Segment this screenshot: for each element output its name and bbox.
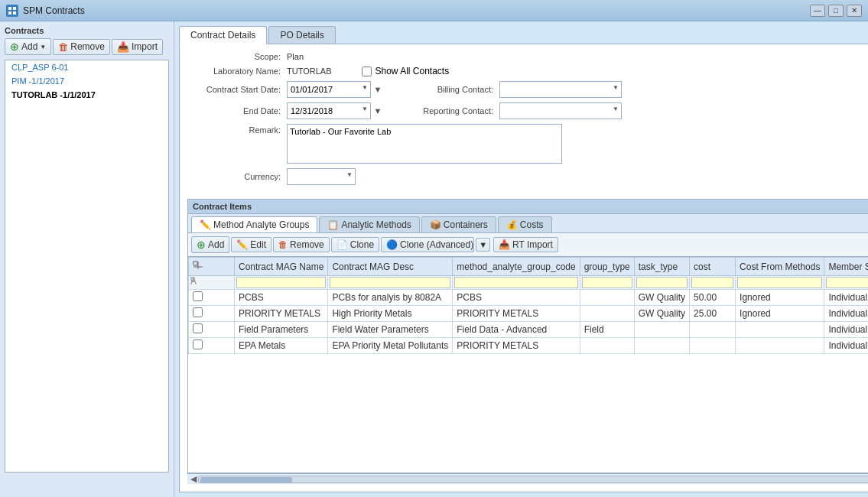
- form-section: Scope: Plan Laboratory Name: TUTORLAB Sh…: [187, 52, 868, 190]
- subtab-containers[interactable]: 📦 Containers: [421, 216, 496, 232]
- items-rt-import-icon: 📥: [499, 239, 510, 250]
- scroll-left-arrow[interactable]: ◀: [189, 474, 198, 484]
- contract-item-pim[interactable]: PIM -1/1/2017: [5, 74, 168, 88]
- row-task-type-3: [634, 338, 689, 354]
- currency-select[interactable]: [287, 168, 356, 185]
- col-member-selection: Member Selection: [824, 258, 868, 276]
- add-label: Add: [21, 41, 37, 52]
- subtab-bar: ✏️ Method Analyte Groups 📋 Analytic Meth…: [187, 213, 868, 232]
- mag-label: Method Analyte Groups: [213, 219, 309, 230]
- items-add-button[interactable]: ⊕ Add: [191, 236, 229, 253]
- containers-label: Containers: [444, 219, 488, 230]
- scope-row: Scope: Plan: [187, 52, 868, 61]
- costs-icon: 💰: [506, 219, 518, 230]
- col-mag-desc: Contract MAG Desc: [328, 258, 453, 276]
- items-remove-button[interactable]: 🗑 Remove: [273, 237, 330, 252]
- lab-name-value: TUTORLAB: [287, 67, 331, 76]
- contract-list: CLP_ASP 6-01 PIM -1/1/2017 TUTORLAB -1/1…: [5, 60, 169, 473]
- horizontal-scrollbar[interactable]: ◀ ▶: [187, 473, 868, 484]
- data-grid[interactable]: Contract MAG Name Contract MAG Desc meth…: [187, 256, 868, 473]
- filter-cost-input[interactable]: [691, 277, 733, 288]
- end-date-input[interactable]: [287, 102, 371, 119]
- filter-code-input[interactable]: [454, 277, 577, 288]
- filter-name-input[interactable]: [236, 277, 326, 288]
- row-cost-2: [690, 322, 736, 338]
- subtab-costs[interactable]: 💰 Costs: [498, 216, 552, 232]
- currency-wrapper[interactable]: [287, 168, 356, 185]
- scroll-thumb[interactable]: [200, 477, 292, 483]
- filter-desc-input[interactable]: [330, 277, 450, 288]
- lab-name-label: Laboratory Name:: [187, 67, 287, 76]
- remove-icon: 🗑: [58, 41, 68, 53]
- billing-contact-label: Billing Contact:: [400, 85, 499, 94]
- items-remove-label: Remove: [290, 239, 324, 250]
- row-checkbox-1[interactable]: [193, 307, 203, 317]
- right-panel: Contract Details PO Details Scope: Plan …: [174, 21, 868, 497]
- import-contract-button[interactable]: 📥 Import: [112, 39, 163, 55]
- minimize-button[interactable]: —: [810, 5, 825, 17]
- end-date-reporting-row: End Date: ▼ Reporting Contact:: [187, 102, 868, 119]
- filter-task-type-input[interactable]: [636, 277, 688, 288]
- mag-icon: ✏️: [200, 219, 211, 230]
- remark-textarea[interactable]: Tutorlab - Our Favorite Lab: [287, 124, 562, 164]
- items-edit-button[interactable]: ✏️ Edit: [231, 237, 271, 252]
- items-rt-import-button[interactable]: 📥 RT Import: [493, 237, 558, 252]
- start-date-input[interactable]: [287, 81, 371, 98]
- col-cost-from-methods: Cost From Methods: [736, 258, 824, 276]
- contract-item-tutorlab[interactable]: TUTORLAB -1/1/2017: [5, 88, 168, 102]
- items-clone-button[interactable]: 📄 Clone: [331, 237, 379, 252]
- reporting-contact-wrapper[interactable]: [499, 102, 622, 119]
- svg-rect-3: [13, 11, 16, 15]
- reporting-contact-select[interactable]: [499, 102, 622, 119]
- subtab-analytic-methods[interactable]: 📋 Analytic Methods: [319, 216, 419, 232]
- scope-value: Plan: [287, 52, 304, 61]
- billing-contact-wrapper[interactable]: [499, 81, 622, 98]
- filter-group-type-input[interactable]: [582, 277, 632, 288]
- table-row[interactable]: PRIORITY METALS High Priority Metals PRI…: [189, 306, 869, 322]
- filter-member-input[interactable]: [826, 277, 868, 288]
- row-checkbox-cell-2: [189, 322, 235, 338]
- col-group-code: method_analyte_group_code: [453, 258, 580, 276]
- scroll-track[interactable]: [198, 476, 868, 483]
- subtab-method-analyte-groups[interactable]: ✏️ Method Analyte Groups: [191, 216, 317, 232]
- costs-label: Costs: [520, 219, 544, 230]
- row-desc-1: High Priority Metals: [328, 306, 453, 322]
- table-row[interactable]: PCBS PCBs for analyis by 8082A PCBS GW Q…: [189, 290, 869, 306]
- row-checkbox-cell-1: [189, 306, 235, 322]
- items-clone-advanced-button[interactable]: 🔵 Clone (Advanced): [381, 237, 474, 252]
- add-dropdown-arrow: ▼: [40, 44, 46, 50]
- app-icon: [6, 5, 18, 17]
- row-checkbox-3[interactable]: [193, 339, 203, 349]
- items-clone-advanced-dropdown[interactable]: ▼: [476, 238, 490, 252]
- row-checkbox-0[interactable]: [193, 291, 203, 301]
- remove-contract-button[interactable]: 🗑 Remove: [53, 39, 110, 55]
- tab-contract-details[interactable]: Contract Details: [179, 26, 267, 44]
- containers-icon: 📦: [430, 219, 441, 230]
- maximize-button[interactable]: □: [828, 5, 844, 17]
- row-checkbox-2[interactable]: [193, 323, 203, 333]
- col-group-type: group_type: [580, 258, 634, 276]
- filter-desc-cell: [328, 276, 453, 290]
- billing-contact-select[interactable]: [499, 81, 622, 98]
- table-row[interactable]: EPA Metals EPA Priority Metal Pollutants…: [189, 338, 869, 354]
- add-contract-button[interactable]: ⊕ Add ▼: [5, 38, 51, 55]
- close-window-button[interactable]: ✕: [847, 5, 862, 17]
- row-cost-methods-3: [736, 338, 824, 354]
- row-name-2: Field Parameters: [235, 322, 328, 338]
- contract-item-clp[interactable]: CLP_ASP 6-01: [5, 60, 168, 74]
- items-add-icon: ⊕: [197, 239, 206, 251]
- tab-po-details[interactable]: PO Details: [268, 26, 335, 44]
- row-code-2: Field Data - Advanced: [453, 322, 580, 338]
- window-controls: — □ ✕: [810, 5, 862, 17]
- svg-rect-0: [8, 7, 11, 10]
- table-row[interactable]: Field Parameters Field Water Parameters …: [189, 322, 869, 338]
- items-edit-icon: ✏️: [236, 239, 248, 250]
- filter-cost-methods-input[interactable]: [737, 277, 822, 288]
- row-desc-3: EPA Priority Metal Pollutants: [328, 338, 453, 354]
- svg-rect-1: [13, 7, 16, 10]
- show-all-contacts-checkbox[interactable]: [362, 67, 372, 76]
- col-icon-header: [189, 258, 235, 276]
- row-checkbox-cell-0: [189, 290, 235, 306]
- svg-rect-4: [193, 261, 197, 265]
- title-bar-left: SPM Contracts: [6, 5, 85, 17]
